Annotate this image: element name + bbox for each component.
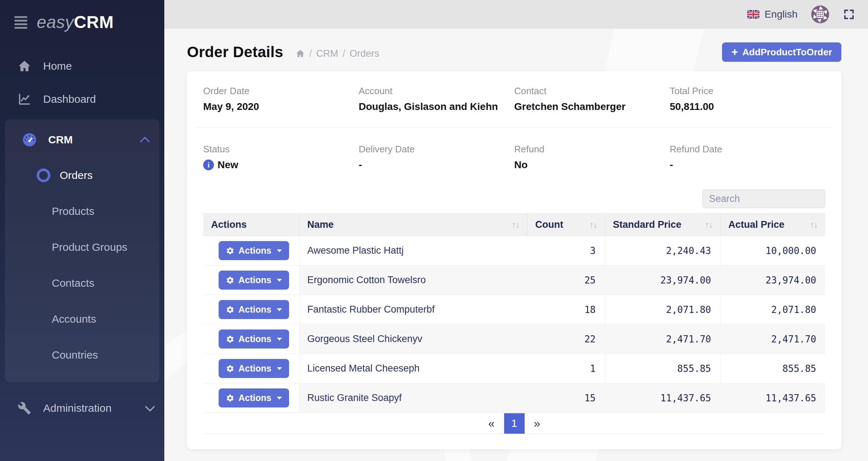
sidebar-item-label: CRM	[48, 134, 73, 146]
menu-toggle-icon[interactable]	[14, 16, 27, 29]
cell-standard-price: 11,437.65	[605, 383, 720, 413]
uk-flag-icon	[747, 10, 759, 19]
cell-count: 15	[527, 383, 605, 413]
cell-count: 3	[527, 236, 605, 266]
order-products-table-body: Actions Awesome Plastic Hattj 3 2,240.43…	[203, 236, 825, 413]
chevron-down-icon	[145, 402, 155, 412]
page-header: Order Details / CRM / Orders + AddProduc…	[187, 42, 841, 62]
cell-actual-price: 855.85	[720, 354, 825, 383]
cell-count: 1	[527, 354, 605, 383]
sidebar-item-product-groups[interactable]: Product Groups	[5, 229, 159, 265]
language-label: English	[764, 9, 798, 20]
sidebar-item-countries[interactable]: Countries	[5, 337, 159, 373]
language-selector[interactable]: English	[747, 9, 798, 20]
avatar[interactable]	[811, 5, 829, 23]
cell-name: Awesome Plastic Hattj	[299, 236, 527, 266]
sort-icon: ↑↓	[705, 220, 712, 230]
pagination-page-1[interactable]: 1	[504, 413, 525, 434]
field-value: Gretchen Schamberger	[514, 101, 670, 112]
row-actions-button[interactable]: Actions	[219, 329, 289, 349]
column-header-standard-price[interactable]: Standard Price ↑↓	[605, 213, 720, 236]
sidebar-item-label: Administration	[43, 402, 111, 414]
row-actions-button[interactable]: Actions	[219, 241, 289, 260]
field-label: Refund	[514, 144, 670, 155]
sidebar-item-label: Dashboard	[43, 93, 96, 105]
actions-button-label: Actions	[238, 363, 271, 374]
gear-icon	[226, 335, 234, 344]
wrench-icon	[17, 401, 32, 415]
sidebar-item-contacts[interactable]: Contacts	[5, 265, 159, 301]
gear-icon	[226, 246, 234, 255]
status-field: Status i New	[203, 144, 359, 171]
status-value: New	[218, 159, 238, 171]
table-row: Actions Awesome Plastic Hattj 3 2,240.43…	[203, 236, 825, 266]
cell-count: 25	[527, 266, 605, 295]
cell-actions: Actions	[203, 324, 299, 354]
actions-button-label: Actions	[238, 393, 271, 403]
sidebar-item-administration[interactable]: Administration	[0, 392, 164, 425]
order-products-table: Actions Name ↑↓ Count ↑↓ Standard Price	[203, 213, 825, 413]
dashboard-chart-icon	[17, 92, 32, 106]
total-price-field: Total Price 50,811.00	[670, 86, 826, 112]
sidebar: easyCRM Home Dashboard	[0, 0, 164, 461]
divider	[196, 128, 832, 128]
cell-name: Ergonomic Cotton Towelsro	[299, 266, 527, 295]
pagination-next[interactable]: »	[534, 417, 540, 430]
brand-easy: easy	[37, 13, 74, 32]
sidebar-item-home[interactable]: Home	[0, 50, 164, 83]
row-actions-button[interactable]: Actions	[219, 300, 289, 319]
gear-icon	[226, 364, 234, 373]
actions-button-label: Actions	[238, 275, 271, 285]
cell-name: Gorgeous Steel Chickenyv	[299, 324, 527, 354]
table-row: Actions Ergonomic Cotton Towelsro 25 23,…	[203, 266, 825, 295]
sort-icon: ↑↓	[810, 220, 817, 230]
add-product-to-order-button[interactable]: + AddProductToOrder	[722, 42, 841, 62]
plus-icon: +	[731, 46, 738, 57]
caret-down-icon	[277, 279, 282, 282]
caret-down-icon	[277, 308, 282, 311]
sidebar-nav: Home Dashboard	[0, 50, 164, 425]
fullscreen-icon[interactable]	[843, 8, 855, 20]
sidebar-item-label: Accounts	[52, 313, 96, 325]
cell-count: 22	[527, 324, 605, 354]
row-actions-button[interactable]: Actions	[219, 359, 289, 378]
pagination-prev[interactable]: «	[488, 417, 495, 430]
cell-standard-price: 2,240.43	[605, 236, 720, 266]
row-actions-button[interactable]: Actions	[219, 271, 289, 290]
home-icon	[17, 59, 32, 73]
field-label: Delivery Date	[359, 144, 515, 155]
sidebar-item-label: Contacts	[52, 277, 94, 289]
sidebar-item-crm[interactable]: CRM	[5, 124, 159, 155]
column-header-actual-price[interactable]: Actual Price ↑↓	[720, 213, 825, 236]
field-value: Douglas, Gislason and Kiehn	[359, 101, 515, 112]
sort-icon: ↑↓	[589, 220, 597, 230]
breadcrumb-crm[interactable]: CRM	[316, 48, 338, 59]
table-row: Actions Licensed Metal Cheeseph 1 855.85…	[203, 354, 825, 383]
cell-actions: Actions	[203, 236, 299, 266]
sidebar-item-accounts[interactable]: Accounts	[5, 301, 159, 337]
info-icon: i	[203, 160, 214, 170]
sidebar-item-dashboard[interactable]: Dashboard	[0, 83, 164, 116]
actions-button-label: Actions	[238, 334, 271, 344]
cell-name: Fantastic Rubber Computerbf	[299, 295, 527, 324]
sidebar-item-label: Home	[43, 60, 72, 72]
field-value: No	[514, 159, 670, 171]
brand-logo[interactable]: easyCRM	[37, 14, 114, 31]
sidebar-item-products[interactable]: Products	[5, 193, 159, 229]
sidebar-group-crm: CRM OrdersProductsProduct GroupsContacts…	[5, 119, 159, 382]
column-header-count[interactable]: Count ↑↓	[527, 213, 605, 236]
cell-actions: Actions	[203, 383, 299, 413]
field-value: May 9, 2020	[203, 101, 359, 112]
breadcrumb-orders[interactable]: Orders	[350, 48, 379, 59]
breadcrumb-home-icon[interactable]	[296, 49, 305, 58]
search-input[interactable]	[702, 189, 825, 208]
cell-actions: Actions	[203, 295, 299, 324]
column-header-name[interactable]: Name ↑↓	[299, 213, 527, 236]
field-label: Order Date	[203, 86, 359, 97]
contact-field: Contact Gretchen Schamberger	[514, 86, 670, 112]
sidebar-item-orders[interactable]: Orders	[5, 157, 159, 193]
field-value: 50,811.00	[670, 101, 826, 112]
row-actions-button[interactable]: Actions	[219, 388, 289, 407]
chevron-up-icon	[140, 137, 150, 147]
field-label: Contact	[514, 86, 670, 97]
